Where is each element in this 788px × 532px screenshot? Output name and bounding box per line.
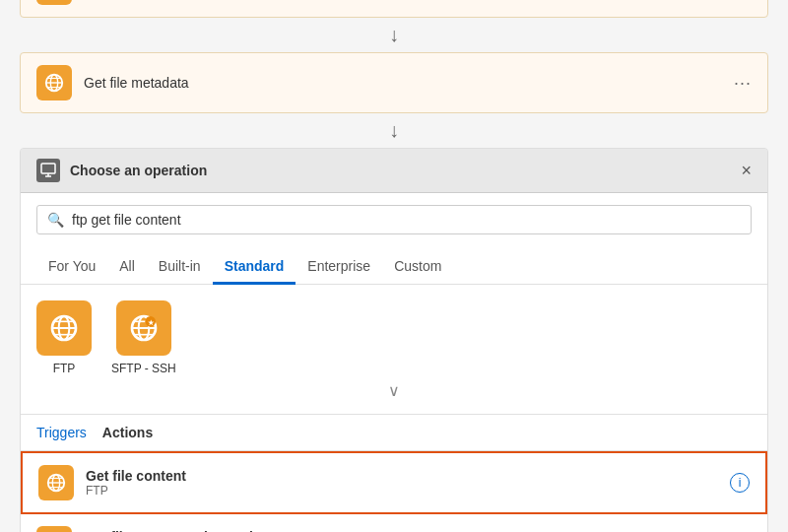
expand-chevron[interactable]: ∨ xyxy=(36,375,752,406)
step2-icon xyxy=(36,65,72,100)
action1-info: Get file content FTP xyxy=(86,468,730,498)
choose-header-left: Choose an operation xyxy=(36,159,207,182)
search-box: 🔍 xyxy=(36,205,752,234)
connectors-area: FTP ★ SFTP - SSH xyxy=(21,285,767,415)
action1-globe-icon xyxy=(45,472,67,494)
panel-icon-svg xyxy=(40,163,56,178)
panel-header-icon xyxy=(36,159,60,182)
action-item-get-file-content[interactable]: Get file content FTP i xyxy=(21,451,767,514)
sftp-icon: ★ xyxy=(116,300,171,356)
arrow-1: ↓ xyxy=(20,18,768,52)
action1-icon xyxy=(38,465,74,500)
svg-text:★: ★ xyxy=(148,319,155,326)
connectors-grid: FTP ★ SFTP - SSH xyxy=(36,300,752,375)
action1-type: FTP xyxy=(86,484,730,498)
action1-help[interactable]: i xyxy=(730,473,750,493)
tab-for-you[interactable]: For You xyxy=(36,250,107,285)
globe-icon-2 xyxy=(43,72,65,94)
tabs-container: For You All Built-in Standard Enterprise… xyxy=(21,242,767,285)
step2-label: Get file metadata xyxy=(84,75,734,91)
subtab-triggers[interactable]: Triggers xyxy=(36,425,87,451)
tab-standard[interactable]: Standard xyxy=(213,250,296,285)
sub-tabs: Triggers Actions xyxy=(21,415,767,451)
panel-title: Choose an operation xyxy=(70,163,207,178)
flow-step-2: Get file metadata ··· xyxy=(20,52,768,113)
choose-header: Choose an operation × xyxy=(21,149,767,193)
sftp-label: SFTP - SSH xyxy=(111,362,176,375)
tab-all[interactable]: All xyxy=(107,250,147,285)
svg-rect-10 xyxy=(41,164,55,173)
action1-name: Get file content xyxy=(86,468,730,484)
step2-more[interactable]: ··· xyxy=(734,73,752,94)
search-input[interactable] xyxy=(72,212,741,228)
step1-icon xyxy=(36,0,72,5)
flow-step-1: When a file is added or modified (proper… xyxy=(20,0,768,18)
ftp-globe-icon xyxy=(48,312,80,344)
tab-custom[interactable]: Custom xyxy=(382,250,453,285)
search-icon: 🔍 xyxy=(47,212,64,228)
search-container: 🔍 xyxy=(21,193,767,242)
ftp-label: FTP xyxy=(53,362,76,375)
ftp-icon xyxy=(36,300,92,356)
action-item-get-file-content-path[interactable]: Get file content using path FTP i xyxy=(21,514,767,532)
choose-operation-panel: Choose an operation × 🔍 For You All Buil… xyxy=(20,148,768,532)
arrow-2: ↓ xyxy=(20,113,768,148)
action-list: Get file content FTP i xyxy=(21,451,767,532)
action2-icon xyxy=(36,526,72,532)
tab-enterprise[interactable]: Enterprise xyxy=(296,250,382,285)
actions-area: Triggers Actions xyxy=(21,415,767,532)
connector-sftp[interactable]: ★ SFTP - SSH xyxy=(111,300,176,375)
close-button[interactable]: × xyxy=(741,162,752,179)
connector-ftp[interactable]: FTP xyxy=(36,300,92,375)
subtab-actions[interactable]: Actions xyxy=(102,425,153,451)
sftp-icon-svg: ★ xyxy=(128,312,160,344)
tab-built-in[interactable]: Built-in xyxy=(147,250,213,285)
